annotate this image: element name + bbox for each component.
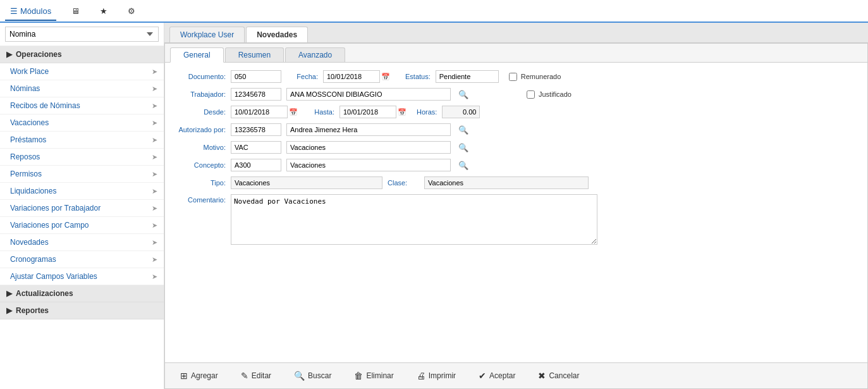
fecha-calendar-icon[interactable]: 📅 bbox=[381, 73, 390, 81]
motivo-code-input[interactable] bbox=[231, 141, 281, 154]
horas-input[interactable] bbox=[442, 106, 480, 118]
tab-workplace-user[interactable]: Workplace User bbox=[169, 27, 245, 42]
form-tab-avanzado[interactable]: Avanzado bbox=[285, 47, 345, 62]
aceptar-button[interactable]: ✔ Aceptar bbox=[474, 368, 520, 383]
sidebar-item-ajustar[interactable]: Ajustar Campos Variables ➤ bbox=[0, 268, 164, 285]
sidebar-section-actualizaciones[interactable]: ▶ Actualizaciones bbox=[0, 285, 164, 302]
form-tab-general-label: General bbox=[183, 51, 211, 59]
remunerado-checkbox[interactable] bbox=[509, 73, 517, 81]
content-area: Workplace User Novedades General Resumen… bbox=[164, 23, 868, 389]
form-tab-general[interactable]: General bbox=[170, 47, 224, 63]
remunerado-label: Remunerado bbox=[521, 73, 561, 80]
motivo-search-icon[interactable]: 🔍 bbox=[456, 142, 471, 154]
nav-modulos[interactable]: ☰ Módulos bbox=[5, 3, 56, 21]
sidebar-item-cronogramas[interactable]: Cronogramas ➤ bbox=[0, 251, 164, 268]
eliminar-label: Eliminar bbox=[366, 371, 393, 380]
concepto-name-input[interactable] bbox=[286, 159, 451, 171]
arrow-right-icon2: ▶ bbox=[6, 289, 12, 298]
row-documento: Documento: Fecha: 📅 Estatus: Remunerado bbox=[175, 70, 857, 83]
autorizado-id-input[interactable] bbox=[231, 123, 281, 136]
sidebar-item-permisos[interactable]: Permisos ➤ bbox=[0, 166, 164, 183]
justificado-group: Justificado bbox=[527, 90, 572, 99]
nav-arrow-icon: ➤ bbox=[152, 153, 157, 161]
module-select[interactable]: Nomina bbox=[5, 27, 159, 42]
row-trabajador: Trabajador: 🔍 Justificado bbox=[175, 88, 857, 101]
var-trabajador-label: Variaciones por Trabajador bbox=[10, 204, 101, 213]
hasta-calendar-icon[interactable]: 📅 bbox=[398, 108, 406, 116]
estatus-input[interactable] bbox=[436, 70, 499, 83]
trabajador-search-icon[interactable]: 🔍 bbox=[456, 89, 471, 101]
comentario-textarea[interactable]: Novedad por Vacaciones bbox=[231, 194, 597, 245]
sidebar-item-prestamos[interactable]: Préstamos ➤ bbox=[0, 132, 164, 149]
estatus-label: Estatus: bbox=[405, 73, 431, 80]
cancelar-button[interactable]: ✖ Cancelar bbox=[533, 368, 584, 383]
nav-arrow-icon: ➤ bbox=[152, 238, 157, 247]
imprimir-label: Imprimir bbox=[429, 371, 456, 380]
buscar-button[interactable]: 🔍 Buscar bbox=[289, 368, 336, 383]
sidebar-section-operaciones[interactable]: ▶ Operaciones bbox=[0, 46, 164, 63]
nominas-label: Nóminas bbox=[10, 84, 40, 93]
hasta-wrap: 📅 bbox=[339, 106, 406, 118]
sidebar-section-reportes[interactable]: ▶ Reportes bbox=[0, 302, 164, 319]
nav-arrow-icon: ➤ bbox=[152, 68, 157, 76]
buscar-label: Buscar bbox=[308, 371, 331, 380]
sidebar-item-liquidaciones[interactable]: Liquidaciones ➤ bbox=[0, 183, 164, 200]
documento-input[interactable] bbox=[231, 70, 281, 83]
row-autorizado: Autorizado por: 🔍 bbox=[175, 123, 857, 136]
nav-favorites[interactable]: ★ bbox=[95, 3, 113, 20]
buscar-icon: 🔍 bbox=[294, 371, 305, 381]
eliminar-icon: 🗑 bbox=[354, 371, 363, 381]
sidebar-item-variaciones-trabajador[interactable]: Variaciones por Trabajador ➤ bbox=[0, 200, 164, 217]
eliminar-button[interactable]: 🗑 Eliminar bbox=[349, 368, 398, 383]
motivo-label: Motivo: bbox=[175, 144, 226, 151]
trabajador-name-input[interactable] bbox=[286, 88, 451, 101]
autorizado-search-icon[interactable]: 🔍 bbox=[456, 124, 471, 136]
nav-arrow-icon: ➤ bbox=[152, 256, 157, 264]
autorizado-label: Autorizado por: bbox=[175, 125, 226, 134]
permisos-label: Permisos bbox=[10, 170, 42, 178]
desde-calendar-icon[interactable]: 📅 bbox=[289, 108, 298, 116]
cronogramas-label: Cronogramas bbox=[10, 255, 56, 264]
sidebar-item-nominas[interactable]: Nóminas ➤ bbox=[0, 80, 164, 97]
sidebar-item-reposos[interactable]: Reposos ➤ bbox=[0, 149, 164, 166]
novedades-label: Novedades bbox=[10, 238, 49, 247]
desde-wrap: 📅 bbox=[231, 106, 298, 118]
form-tab-resumen-label: Resumen bbox=[238, 51, 271, 59]
nav-apps[interactable]: ⚙ bbox=[123, 3, 140, 20]
fecha-label: Fecha: bbox=[286, 73, 318, 80]
sidebar-item-vacaciones[interactable]: Vacaciones ➤ bbox=[0, 114, 164, 132]
sidebar-item-variaciones-campo[interactable]: Variaciones por Campo ➤ bbox=[0, 217, 164, 234]
desde-label: Desde: bbox=[175, 108, 226, 116]
row-comentario: Comentario: Novedad por Vacaciones bbox=[175, 194, 857, 245]
desde-input[interactable] bbox=[231, 106, 288, 118]
actualizaciones-label: Actualizaciones bbox=[16, 289, 73, 298]
sidebar-item-workplace[interactable]: Work Place ➤ bbox=[0, 63, 164, 80]
hasta-input[interactable] bbox=[339, 106, 396, 118]
autorizado-name-input[interactable] bbox=[286, 123, 451, 136]
editar-button[interactable]: ✎ Editar bbox=[236, 368, 276, 383]
liquidaciones-label: Liquidaciones bbox=[10, 187, 56, 195]
trabajador-id-input[interactable] bbox=[231, 88, 281, 101]
content-tabs: Workplace User Novedades bbox=[164, 23, 868, 43]
fecha-input[interactable] bbox=[323, 70, 380, 83]
motivo-name-input[interactable] bbox=[286, 141, 451, 154]
nav-arrow-icon: ➤ bbox=[152, 85, 157, 93]
operaciones-label: Operaciones bbox=[16, 50, 62, 59]
tipo-label: Tipo: bbox=[175, 179, 226, 187]
nav-arrow-icon: ➤ bbox=[152, 273, 157, 281]
imprimir-button[interactable]: 🖨 Imprimir bbox=[412, 368, 461, 383]
tab-novedades-label: Novedades bbox=[257, 30, 297, 39]
concepto-code-input[interactable] bbox=[231, 159, 281, 171]
nav-monitor[interactable]: 🖥 bbox=[66, 3, 85, 20]
nav-modulos-label: Módulos bbox=[20, 6, 51, 16]
justificado-label: Justificado bbox=[539, 90, 572, 98]
sidebar-item-novedades[interactable]: Novedades ➤ bbox=[0, 234, 164, 251]
tab-novedades[interactable]: Novedades bbox=[246, 27, 308, 42]
nav-arrow-icon: ➤ bbox=[152, 136, 157, 144]
agregar-button[interactable]: ⊞ Agregar bbox=[175, 368, 223, 383]
sidebar-item-recibos[interactable]: Recibos de Nóminas ➤ bbox=[0, 97, 164, 114]
main-layout: Nomina ▶ Operaciones Work Place ➤ Nómina… bbox=[0, 23, 868, 389]
justificado-checkbox[interactable] bbox=[527, 90, 535, 99]
form-tab-resumen[interactable]: Resumen bbox=[225, 47, 284, 62]
concepto-search-icon[interactable]: 🔍 bbox=[456, 159, 471, 171]
